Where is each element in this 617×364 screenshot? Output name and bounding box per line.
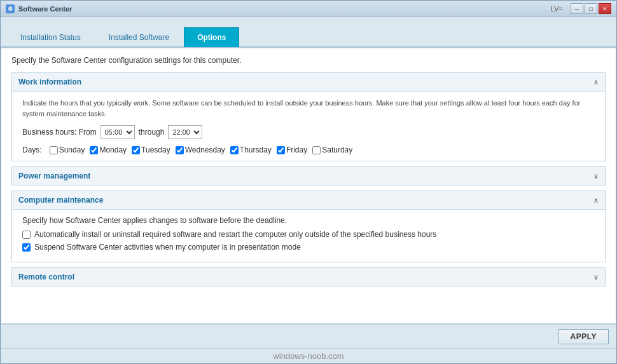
maximize-button[interactable]: □ [585,3,597,14]
title-bar-left: ⚙ Software Center [6,4,72,13]
lv-text: LV= [551,5,565,13]
day-tuesday-label: Tuesday [141,145,170,154]
day-monday[interactable]: Monday [90,145,127,154]
footer-bar: APPLY [1,324,616,348]
apply-button[interactable]: APPLY [558,329,609,344]
remote-control-title: Remote control [18,273,74,281]
days-label: Days: [22,145,42,154]
day-wednesday-checkbox[interactable] [176,146,184,154]
minimize-button[interactable]: ─ [571,3,583,14]
day-tuesday-checkbox[interactable] [132,146,140,154]
day-sunday-label: Sunday [59,145,85,154]
section-work-information: Work information ∧ Indicate the hours th… [11,72,606,161]
title-bar: ⚙ Software Center LV= ─ □ ✕ [1,1,616,17]
auto-install-row: Automatically install or uninstall requi… [22,230,595,239]
close-button[interactable]: ✕ [599,3,611,14]
day-saturday-label: Saturday [322,145,352,154]
work-information-chevron: ∧ [593,78,599,86]
section-remote-control: Remote control ∨ [11,267,606,286]
computer-maintenance-title: Computer maintenance [18,196,103,205]
day-friday[interactable]: Friday [277,145,307,154]
work-information-body: Indicate the hours that you typically wo… [12,91,605,161]
day-sunday-checkbox[interactable] [50,146,58,154]
day-thursday[interactable]: Thursday [230,145,272,154]
auto-install-checkbox[interactable] [22,231,31,239]
business-hours-from-select[interactable]: 05:00 06:00 07:00 08:00 09:00 [101,125,135,139]
content-description: Specify the Software Center configuratio… [11,56,606,65]
day-monday-checkbox[interactable] [90,146,98,154]
software-center-window: ⚙ Software Center LV= ─ □ ✕ Installation… [0,0,617,364]
work-information-hint: Indicate the hours that you typically wo… [22,98,595,119]
section-computer-maintenance: Computer maintenance ∧ Specify how Softw… [11,191,606,262]
day-wednesday-label: Wednesday [185,145,225,154]
day-thursday-label: Thursday [240,145,272,154]
day-monday-label: Monday [99,145,127,154]
power-management-chevron: ∨ [593,172,599,180]
suspend-presentation-checkbox[interactable] [22,243,31,252]
section-work-information-header[interactable]: Work information ∧ [12,73,605,91]
window-title: Software Center [18,5,72,13]
business-hours-from-label: Business hours: From [22,128,97,137]
remote-control-chevron: ∨ [593,273,599,281]
business-hours-through-select[interactable]: 22:00 21:00 20:00 18:00 [168,125,202,139]
computer-maintenance-body: Specify how Software Center applies chan… [12,210,605,262]
work-information-title: Work information [18,78,81,86]
day-saturday[interactable]: Saturday [312,145,352,154]
suspend-presentation-row: Suspend Software Center activities when … [22,243,595,252]
day-tuesday[interactable]: Tuesday [132,145,170,154]
title-bar-controls: ─ □ ✕ [571,3,611,14]
tab-options[interactable]: Options [184,27,239,47]
suspend-presentation-label: Suspend Software Center activities when … [34,243,301,252]
day-thursday-checkbox[interactable] [230,146,239,154]
day-friday-label: Friday [286,145,307,154]
day-wednesday[interactable]: Wednesday [176,145,225,154]
tab-installed-software[interactable]: Installed Software [95,27,183,47]
tab-bar: Installation Status Installed Software O… [1,17,616,48]
day-saturday-checkbox[interactable] [312,146,321,154]
day-sunday[interactable]: Sunday [50,145,85,154]
app-icon: ⚙ [6,4,15,13]
section-power-management-header[interactable]: Power management ∨ [12,167,605,185]
main-content: Specify the Software Center configuratio… [1,48,616,324]
watermark: windows-noob.com [1,348,616,363]
tab-installation-status[interactable]: Installation Status [7,27,94,47]
section-remote-control-header[interactable]: Remote control ∨ [12,268,605,286]
business-hours-row: Business hours: From 05:00 06:00 07:00 0… [22,125,595,139]
section-computer-maintenance-header[interactable]: Computer maintenance ∧ [12,191,605,210]
computer-maintenance-chevron: ∧ [593,196,599,205]
power-management-title: Power management [18,172,90,180]
section-power-management: Power management ∨ [11,166,606,185]
business-hours-through-label: through [139,128,165,137]
days-row: Days: Sunday Monday Tuesday [22,145,595,154]
auto-install-label: Automatically install or uninstall requi… [34,230,436,239]
day-friday-checkbox[interactable] [277,146,285,154]
maintenance-description: Specify how Software Center applies chan… [22,216,595,225]
